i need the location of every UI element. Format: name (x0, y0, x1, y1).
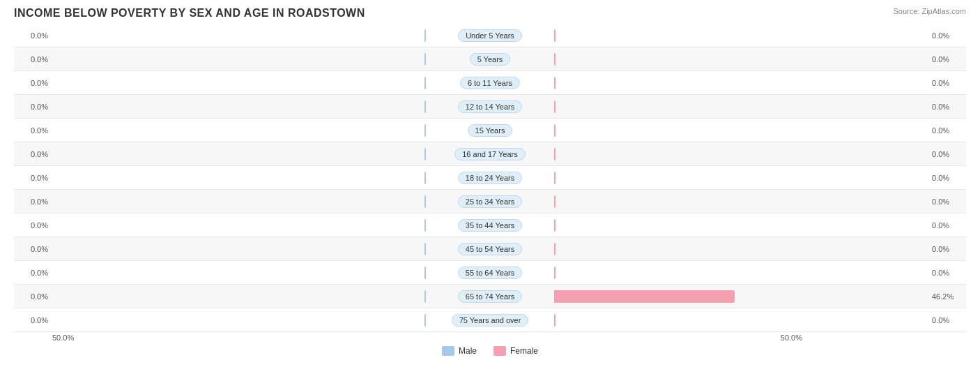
female-bar (554, 267, 556, 279)
label-wrapper: 75 Years and over (427, 314, 553, 327)
male-value: 0.0% (14, 316, 52, 324)
male-value: 0.0% (14, 245, 52, 253)
male-bar (424, 314, 426, 327)
age-label: 6 to 11 Years (460, 77, 520, 89)
female-bar-container (553, 265, 928, 280)
male-value: 0.0% (14, 221, 52, 230)
axis-labels: 50.0% 50.0% (52, 333, 802, 342)
female-bar-container (553, 241, 928, 257)
axis-row: 50.0% 50.0% (14, 333, 966, 342)
female-bar (554, 243, 556, 255)
age-label: Under 5 Years (458, 29, 522, 42)
female-value: 0.0% (928, 174, 966, 182)
chart-title: INCOME BELOW POVERTY BY SEX AND AGE IN R… (14, 7, 966, 20)
legend-male-label: Male (459, 346, 477, 356)
label-wrapper: Under 5 Years (427, 29, 553, 42)
age-label: 55 to 64 Years (458, 267, 522, 279)
label-wrapper: 55 to 64 Years (427, 267, 553, 279)
female-bar-container (553, 218, 928, 233)
chart-row: 0.0% 18 to 24 Years 0.0% (14, 166, 966, 190)
male-bar-container (52, 52, 427, 67)
male-bar-container (52, 75, 427, 91)
label-wrapper: 5 Years (427, 53, 553, 66)
male-bar (424, 29, 426, 42)
female-value: 0.0% (928, 126, 966, 135)
chart-row: 0.0% 25 to 34 Years 0.0% (14, 190, 966, 213)
label-wrapper: 15 Years (427, 124, 553, 137)
male-bar-container (52, 147, 427, 162)
male-bar-container (52, 170, 427, 186)
male-bar-container (52, 194, 427, 209)
male-bar (424, 53, 426, 66)
female-bar (554, 77, 556, 89)
chart-row: 0.0% 12 to 14 Years 0.0% (14, 95, 966, 119)
legend-female-label: Female (510, 346, 538, 356)
age-label: 18 to 24 Years (458, 172, 522, 184)
male-bar-container (52, 99, 427, 114)
age-label: 16 and 17 Years (454, 148, 526, 160)
age-label: 45 to 54 Years (458, 243, 522, 255)
male-bar-container (52, 218, 427, 233)
male-bar (424, 100, 426, 113)
chart-row: 0.0% 35 to 44 Years 0.0% (14, 213, 966, 237)
female-bar (554, 219, 556, 232)
male-value: 0.0% (14, 31, 52, 40)
legend-female: Female (493, 346, 538, 356)
chart-row: 0.0% 45 to 54 Years 0.0% (14, 237, 966, 261)
female-bar-container (553, 313, 928, 328)
chart-area: 0.0% Under 5 Years 0.0% 0.0% 5 Years 0.0… (14, 24, 966, 332)
female-bar-container (553, 52, 928, 67)
label-wrapper: 65 to 74 Years (427, 290, 553, 303)
chart-row: 0.0% 6 to 11 Years 0.0% (14, 71, 966, 95)
male-value: 0.0% (14, 174, 52, 182)
chart-row: 0.0% Under 5 Years 0.0% (14, 24, 966, 47)
legend-female-box (493, 346, 506, 356)
label-wrapper: 12 to 14 Years (427, 100, 553, 113)
female-bar (554, 29, 556, 42)
female-bar (554, 172, 556, 184)
age-label: 12 to 14 Years (458, 100, 522, 113)
female-bar (554, 124, 556, 137)
male-bar (424, 124, 426, 137)
female-value: 0.0% (928, 245, 966, 253)
male-bar (424, 195, 426, 208)
legend-male: Male (442, 346, 477, 356)
female-bar (554, 195, 556, 208)
female-value: 0.0% (928, 55, 966, 63)
chart-row: 0.0% 15 Years 0.0% (14, 119, 966, 142)
male-bar (424, 172, 426, 184)
female-bar (554, 148, 556, 160)
male-bar-container (52, 313, 427, 328)
female-bar-container (553, 194, 928, 209)
axis-right-label: 50.0% (781, 333, 802, 342)
female-bar-container (553, 28, 928, 43)
axis-left-label: 50.0% (52, 333, 74, 342)
chart-row: 0.0% 5 Years 0.0% (14, 47, 966, 71)
male-value: 0.0% (14, 150, 52, 158)
label-wrapper: 16 and 17 Years (427, 148, 553, 160)
female-value: 0.0% (928, 103, 966, 111)
male-bar-container (52, 28, 427, 43)
female-bar-container (553, 75, 928, 91)
female-bar (554, 290, 735, 303)
male-bar (424, 77, 426, 89)
chart-row: 0.0% 65 to 74 Years 46.2% (14, 285, 966, 308)
legend-area: Male Female (14, 346, 966, 356)
male-bar-container (52, 241, 427, 257)
male-bar (424, 219, 426, 232)
female-value: 0.0% (928, 31, 966, 40)
female-value: 0.0% (928, 150, 966, 158)
male-value: 0.0% (14, 79, 52, 87)
female-value: 0.0% (928, 197, 966, 206)
label-wrapper: 25 to 34 Years (427, 195, 553, 208)
age-label: 5 Years (470, 53, 511, 66)
female-bar-container (553, 289, 928, 304)
source-label: Source: ZipAtlas.com (893, 7, 966, 15)
age-label: 65 to 74 Years (458, 290, 522, 303)
male-bar (424, 290, 426, 303)
male-bar-container (52, 123, 427, 138)
label-wrapper: 35 to 44 Years (427, 219, 553, 232)
male-bar (424, 267, 426, 279)
label-wrapper: 18 to 24 Years (427, 172, 553, 184)
male-bar (424, 243, 426, 255)
